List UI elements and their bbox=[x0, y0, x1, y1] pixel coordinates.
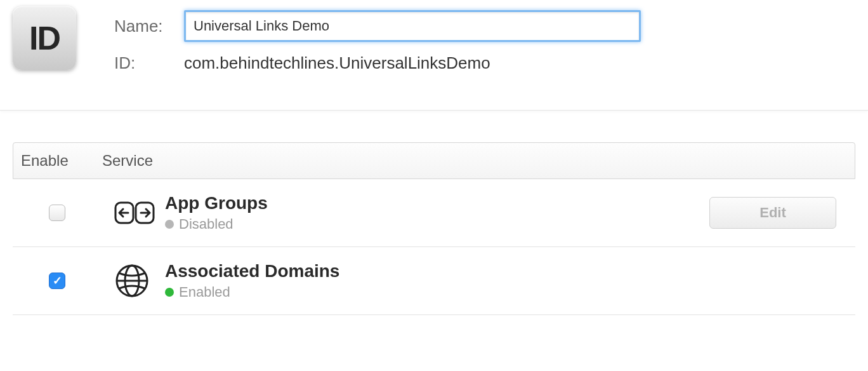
id-field-row: ID: com.behindtechlines.UniversalLinksDe… bbox=[114, 53, 855, 73]
edit-button-app-groups[interactable]: Edit bbox=[709, 197, 836, 229]
checkbox-associated-domains[interactable] bbox=[49, 273, 65, 289]
service-status: Enabled bbox=[165, 284, 709, 300]
service-row-app-groups: App Groups Disabled Edit bbox=[13, 179, 855, 247]
status-dot-green bbox=[165, 288, 174, 297]
service-status: Disabled bbox=[165, 216, 709, 233]
app-groups-icon bbox=[102, 200, 165, 226]
service-name: Associated Domains bbox=[165, 261, 709, 281]
header-service: Service bbox=[102, 152, 709, 170]
name-field-row: Name: bbox=[114, 10, 855, 42]
app-id-header: ID Name: ID: com.behindtechlines.Univers… bbox=[0, 0, 868, 111]
status-text: Enabled bbox=[179, 284, 230, 300]
id-label: ID: bbox=[114, 53, 184, 73]
app-id-icon: ID bbox=[13, 6, 76, 70]
status-dot-grey bbox=[165, 220, 174, 229]
checkbox-app-groups[interactable] bbox=[49, 205, 65, 221]
service-name: App Groups bbox=[165, 193, 709, 213]
id-value: com.behindtechlines.UniversalLinksDemo bbox=[184, 53, 490, 73]
services-table-header: Enable Service bbox=[13, 142, 855, 179]
services-section: Enable Service App Groups Disabled Edit bbox=[0, 142, 868, 315]
service-row-associated-domains: Associated Domains Enabled bbox=[13, 247, 855, 315]
status-text: Disabled bbox=[179, 216, 233, 233]
header-fields: Name: ID: com.behindtechlines.UniversalL… bbox=[114, 6, 855, 84]
name-label: Name: bbox=[114, 17, 184, 36]
name-input[interactable] bbox=[184, 10, 641, 42]
header-enable: Enable bbox=[13, 152, 102, 170]
associated-domains-icon bbox=[102, 263, 165, 299]
